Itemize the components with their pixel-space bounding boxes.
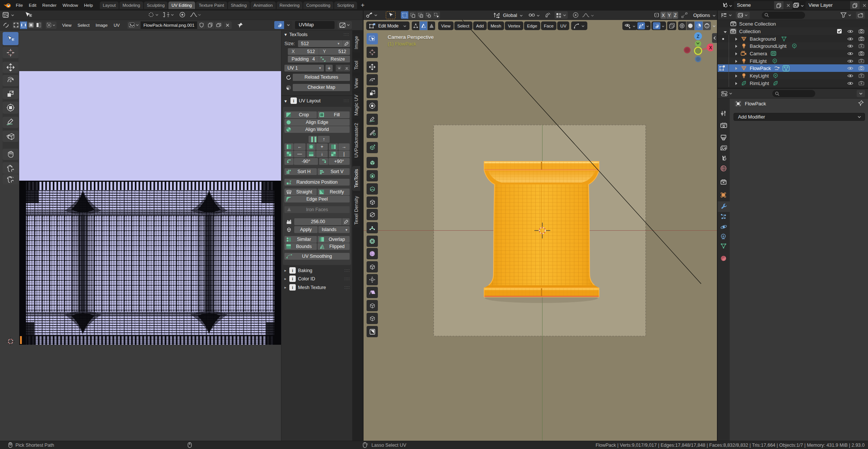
svg-text:X: X: [709, 45, 712, 50]
svg-text:Z: Z: [697, 34, 699, 39]
